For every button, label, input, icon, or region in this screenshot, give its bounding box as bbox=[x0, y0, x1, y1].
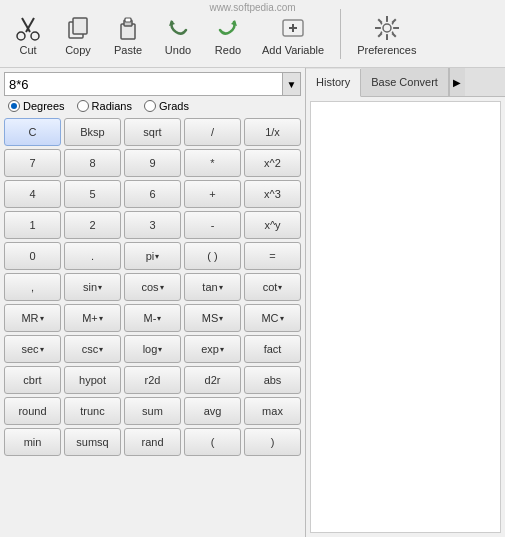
radians-radio-circle bbox=[77, 100, 89, 112]
btn-row-11: min sumsq rand ( ) bbox=[4, 428, 301, 456]
btn-cos[interactable]: cos ▾ bbox=[124, 273, 181, 301]
btn-fact[interactable]: fact bbox=[244, 335, 301, 363]
btn-cbrt[interactable]: cbrt bbox=[4, 366, 61, 394]
btn-xy[interactable]: x^y bbox=[244, 211, 301, 239]
paste-icon bbox=[112, 12, 144, 44]
btn-min[interactable]: min bbox=[4, 428, 61, 456]
copy-button[interactable]: Copy bbox=[56, 10, 100, 58]
tab-scroll-right-button[interactable]: ▶ bbox=[449, 68, 465, 96]
btn-trunc[interactable]: trunc bbox=[64, 397, 121, 425]
btn-r2d[interactable]: r2d bbox=[124, 366, 181, 394]
degrees-radio[interactable]: Degrees bbox=[8, 100, 65, 112]
grads-radio-circle bbox=[144, 100, 156, 112]
btn-plus[interactable]: + bbox=[184, 180, 241, 208]
btn-x3[interactable]: x^3 bbox=[244, 180, 301, 208]
btn-MR[interactable]: MR ▾ bbox=[4, 304, 61, 332]
btn-Mplus[interactable]: M+ ▾ bbox=[64, 304, 121, 332]
degrees-label: Degrees bbox=[23, 100, 65, 112]
btn-row-2: 7 8 9 * x^2 bbox=[4, 149, 301, 177]
add-variable-button[interactable]: Add Variable bbox=[256, 10, 330, 58]
svg-line-19 bbox=[378, 19, 382, 23]
svg-line-21 bbox=[392, 19, 396, 23]
btn-hypot[interactable]: hypot bbox=[64, 366, 121, 394]
undo-button[interactable]: Undo bbox=[156, 10, 200, 58]
btn-7[interactable]: 7 bbox=[4, 149, 61, 177]
preferences-button[interactable]: Preferences bbox=[351, 10, 422, 58]
btn-1x[interactable]: 1/x bbox=[244, 118, 301, 146]
btn-comma[interactable]: , bbox=[4, 273, 61, 301]
btn-row-7: MR ▾ M+ ▾ M- ▾ MS ▾ MC ▾ bbox=[4, 304, 301, 332]
btn-8[interactable]: 8 bbox=[64, 149, 121, 177]
btn-C[interactable]: C bbox=[4, 118, 61, 146]
btn-sec[interactable]: sec ▾ bbox=[4, 335, 61, 363]
btn-row-6: , sin ▾ cos ▾ tan ▾ cot ▾ bbox=[4, 273, 301, 301]
btn-0[interactable]: 0 bbox=[4, 242, 61, 270]
btn-equals[interactable]: = bbox=[244, 242, 301, 270]
btn-multiply[interactable]: * bbox=[184, 149, 241, 177]
redo-button[interactable]: Redo bbox=[206, 10, 250, 58]
btn-avg[interactable]: avg bbox=[184, 397, 241, 425]
btn-row-1: C Bksp sqrt / 1/x bbox=[4, 118, 301, 146]
btn-3[interactable]: 3 bbox=[124, 211, 181, 239]
btn-pi[interactable]: pi ▾ bbox=[124, 242, 181, 270]
btn-dot[interactable]: . bbox=[64, 242, 121, 270]
tab-base-convert[interactable]: Base Convert bbox=[361, 68, 449, 96]
btn-close-paren[interactable]: ) bbox=[244, 428, 301, 456]
btn-open-paren[interactable]: ( bbox=[184, 428, 241, 456]
btn-cot[interactable]: cot ▾ bbox=[244, 273, 301, 301]
radians-radio[interactable]: Radians bbox=[77, 100, 132, 112]
btn-parens[interactable]: ( ) bbox=[184, 242, 241, 270]
website-label: www.softpedia.com bbox=[209, 2, 295, 13]
btn-rand[interactable]: rand bbox=[124, 428, 181, 456]
svg-point-2 bbox=[17, 32, 25, 40]
btn-1[interactable]: 1 bbox=[4, 211, 61, 239]
btn-abs[interactable]: abs bbox=[244, 366, 301, 394]
btn-Mminus[interactable]: M- ▾ bbox=[124, 304, 181, 332]
preferences-icon bbox=[371, 12, 403, 44]
btn-6[interactable]: 6 bbox=[124, 180, 181, 208]
tab-content-history bbox=[310, 101, 501, 533]
svg-rect-5 bbox=[73, 18, 87, 34]
svg-line-0 bbox=[22, 18, 30, 32]
btn-2[interactable]: 2 bbox=[64, 211, 121, 239]
btn-minus[interactable]: - bbox=[184, 211, 241, 239]
preferences-label: Preferences bbox=[357, 44, 416, 56]
undo-icon bbox=[162, 12, 194, 44]
svg-line-1 bbox=[26, 18, 34, 32]
btn-sqrt[interactable]: sqrt bbox=[124, 118, 181, 146]
paste-label: Paste bbox=[114, 44, 142, 56]
btn-round[interactable]: round bbox=[4, 397, 61, 425]
undo-label: Undo bbox=[165, 44, 191, 56]
button-grid: C Bksp sqrt / 1/x 7 8 9 * x^2 4 5 bbox=[4, 118, 301, 456]
btn-row-10: round trunc sum avg max bbox=[4, 397, 301, 425]
btn-csc[interactable]: csc ▾ bbox=[64, 335, 121, 363]
btn-row-9: cbrt hypot r2d d2r abs bbox=[4, 366, 301, 394]
btn-Bksp[interactable]: Bksp bbox=[64, 118, 121, 146]
expression-input[interactable] bbox=[4, 72, 283, 96]
btn-x2[interactable]: x^2 bbox=[244, 149, 301, 177]
btn-9[interactable]: 9 bbox=[124, 149, 181, 177]
tab-history[interactable]: History bbox=[306, 69, 361, 97]
btn-divide[interactable]: / bbox=[184, 118, 241, 146]
svg-line-20 bbox=[392, 33, 396, 37]
cut-button[interactable]: Cut bbox=[6, 10, 50, 58]
btn-4[interactable]: 4 bbox=[4, 180, 61, 208]
paste-button[interactable]: Paste bbox=[106, 10, 150, 58]
btn-sin[interactable]: sin ▾ bbox=[64, 273, 121, 301]
btn-sum[interactable]: sum bbox=[124, 397, 181, 425]
btn-MC[interactable]: MC ▾ bbox=[244, 304, 301, 332]
svg-point-14 bbox=[383, 24, 391, 32]
redo-label: Redo bbox=[215, 44, 241, 56]
btn-5[interactable]: 5 bbox=[64, 180, 121, 208]
grads-radio[interactable]: Grads bbox=[144, 100, 189, 112]
btn-d2r[interactable]: d2r bbox=[184, 366, 241, 394]
btn-tan[interactable]: tan ▾ bbox=[184, 273, 241, 301]
btn-exp[interactable]: exp ▾ bbox=[184, 335, 241, 363]
btn-MS[interactable]: MS ▾ bbox=[184, 304, 241, 332]
btn-log[interactable]: log ▾ bbox=[124, 335, 181, 363]
input-dropdown-button[interactable]: ▼ bbox=[283, 72, 301, 96]
btn-sumsq[interactable]: sumsq bbox=[64, 428, 121, 456]
degrees-radio-circle bbox=[8, 100, 20, 112]
toolbar-separator bbox=[340, 9, 341, 59]
btn-max[interactable]: max bbox=[244, 397, 301, 425]
